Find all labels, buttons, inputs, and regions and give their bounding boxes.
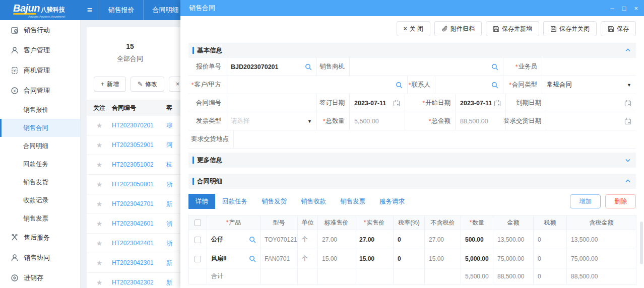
sidebar-item-after-sales[interactable]: 售后服务 (0, 228, 80, 248)
star-icon[interactable]: ★ (87, 278, 112, 286)
modal-scrollbar[interactable] (640, 222, 643, 264)
sidebar-item-sales-collab[interactable]: 销售协同 (0, 248, 80, 268)
contract-type-select[interactable]: 常规合同▼ (542, 76, 636, 94)
sidebar-item-sales-delivery[interactable]: 销售发货 (0, 173, 80, 191)
search-icon[interactable] (249, 255, 256, 262)
invoice-type-select[interactable]: 请选择▼ (226, 112, 317, 130)
add-line-button[interactable]: 增加 (570, 194, 601, 208)
calendar-icon[interactable] (624, 100, 631, 107)
delivery-date-field[interactable] (546, 112, 636, 130)
column-unit: 单位 (298, 215, 318, 230)
sidebar-item-opportunity-mgmt[interactable]: ¥ 商机管理 (0, 60, 80, 81)
calendar-icon[interactable] (393, 100, 400, 107)
edit-button[interactable]: ✎修改 (131, 77, 164, 92)
product-field[interactable]: 风扇II (211, 254, 256, 263)
tab-detail[interactable]: 详情 (188, 194, 215, 209)
save-and-close-button[interactable]: 保存并关闭 (543, 21, 597, 36)
sidebar-item-sales-action[interactable]: 销售行动 (0, 20, 80, 40)
save-icon (608, 26, 614, 32)
quote-no-field[interactable]: BJD2023070201 (226, 58, 317, 76)
search-icon[interactable] (249, 236, 256, 243)
chevron-up-icon[interactable] (625, 47, 631, 53)
start-date-field[interactable]: 2023-07-11 (456, 94, 506, 112)
maximize-icon[interactable]: □ (622, 5, 626, 12)
tab-payment-task[interactable]: 回款任务 (215, 194, 254, 209)
sidebar-item-inventory[interactable]: 进销存 (0, 268, 80, 288)
end-date-field[interactable] (546, 94, 636, 112)
contract-no-field[interactable] (226, 94, 317, 112)
sidebar-item-customer-mgmt[interactable]: 客户管理 (0, 40, 80, 60)
star-icon[interactable]: ★ (87, 161, 112, 169)
tab-sales-delivery[interactable]: 销售发货 (254, 194, 294, 209)
contract-no-link[interactable]: HT2023050801 (112, 181, 166, 188)
qty-field[interactable]: 5,000.00 (461, 249, 493, 268)
box-icon (11, 274, 19, 282)
search-icon[interactable] (491, 82, 498, 89)
sidebar-item-contract-mgmt[interactable]: ¥ 合同管理 (0, 81, 80, 101)
customer-field[interactable] (226, 76, 408, 94)
tab-sales-receipt[interactable]: 销售收款 (294, 194, 333, 209)
salesman-field[interactable] (542, 58, 636, 76)
sidebar-item-contract-detail[interactable]: 合同明细 (0, 137, 80, 155)
star-icon[interactable]: ★ (87, 180, 112, 188)
calendar-icon[interactable] (494, 100, 501, 107)
save-icon (493, 26, 499, 32)
contact-field[interactable] (435, 76, 503, 94)
save-button[interactable]: 保存 (601, 21, 636, 36)
contract-no-link[interactable]: HT2023070201 (112, 122, 166, 129)
star-icon[interactable]: ★ (87, 121, 112, 129)
calendar-icon[interactable] (624, 118, 631, 125)
minimize-icon[interactable]: – (610, 5, 614, 12)
contract-no-link[interactable]: HT2023042302 (112, 279, 166, 286)
sidebar-item-payment-task[interactable]: 回款任务 (0, 155, 80, 173)
tab-service-request[interactable]: 服务请求 (372, 194, 412, 209)
select-all-checkbox[interactable] (195, 220, 201, 226)
tax-rate-field[interactable]: 0 (394, 249, 425, 268)
sidebar-item-sales-contract[interactable]: 销售合同 (0, 119, 80, 137)
row-checkbox[interactable] (195, 256, 201, 262)
menu-toggle-icon[interactable]: ≡ (81, 0, 99, 20)
contract-no-link[interactable]: HT2023051002 (112, 161, 166, 168)
sidebar-item-label: 商机管理 (24, 66, 50, 75)
contract-no-link[interactable]: HT2023042401 (112, 240, 166, 247)
star-icon[interactable]: ★ (87, 200, 112, 208)
contract-no-link[interactable]: HT2023042601 (112, 220, 166, 227)
invoice-type-label: 发票类型 (188, 112, 226, 130)
logo-cn-text: 八骏科技 (41, 6, 65, 14)
search-icon[interactable] (396, 82, 403, 89)
delete-line-button[interactable]: 删除 (605, 194, 636, 208)
contract-count-stat[interactable]: 15 全部合同 (87, 42, 173, 63)
qty-field[interactable]: 500.00 (461, 230, 493, 249)
star-icon[interactable]: ★ (87, 239, 112, 247)
close-button[interactable]: ×关 闭 (397, 21, 430, 36)
star-icon[interactable]: ★ (87, 259, 112, 267)
price-field[interactable]: 27.00 (355, 230, 394, 249)
add-button[interactable]: +新增 (94, 77, 126, 92)
tax-rate-field[interactable]: 0 (394, 230, 425, 249)
sidebar-item-sales-quote[interactable]: 销售报价 (0, 101, 80, 119)
search-icon[interactable] (305, 63, 312, 70)
calendar-check-icon (11, 26, 19, 34)
contract-no-link[interactable]: HT2023042301 (112, 259, 166, 266)
tab-sales-quote[interactable]: 销售报价 (99, 0, 143, 20)
delivery-place-field[interactable] (234, 130, 636, 148)
sign-date-field[interactable]: 2023-07-11 (350, 94, 405, 112)
chevron-up-icon[interactable] (625, 178, 631, 184)
product-field[interactable]: 公仔 (211, 235, 256, 244)
contract-no-link[interactable]: HT2023042701 (112, 200, 166, 207)
chevron-down-icon[interactable] (625, 157, 631, 163)
search-icon[interactable] (491, 63, 498, 70)
save-and-new-button[interactable]: 保存并新增 (486, 21, 539, 36)
column-contract-no: 合同编号 (112, 104, 166, 112)
opportunity-field[interactable] (350, 58, 503, 76)
row-checkbox[interactable] (195, 237, 201, 243)
contract-no-link[interactable]: HT2023052901 (112, 141, 166, 149)
star-icon[interactable]: ★ (87, 141, 112, 149)
attach-archive-button[interactable]: 附件归档 (434, 21, 482, 36)
price-field[interactable]: 15.00 (355, 249, 394, 268)
tab-sales-invoice[interactable]: 销售发票 (333, 194, 372, 209)
sidebar-item-sales-invoice[interactable]: 销售发票 (0, 209, 80, 228)
star-icon[interactable]: ★ (87, 220, 112, 228)
close-icon[interactable]: × (634, 5, 638, 12)
sidebar-item-receipt-record[interactable]: 收款记录 (0, 191, 80, 209)
